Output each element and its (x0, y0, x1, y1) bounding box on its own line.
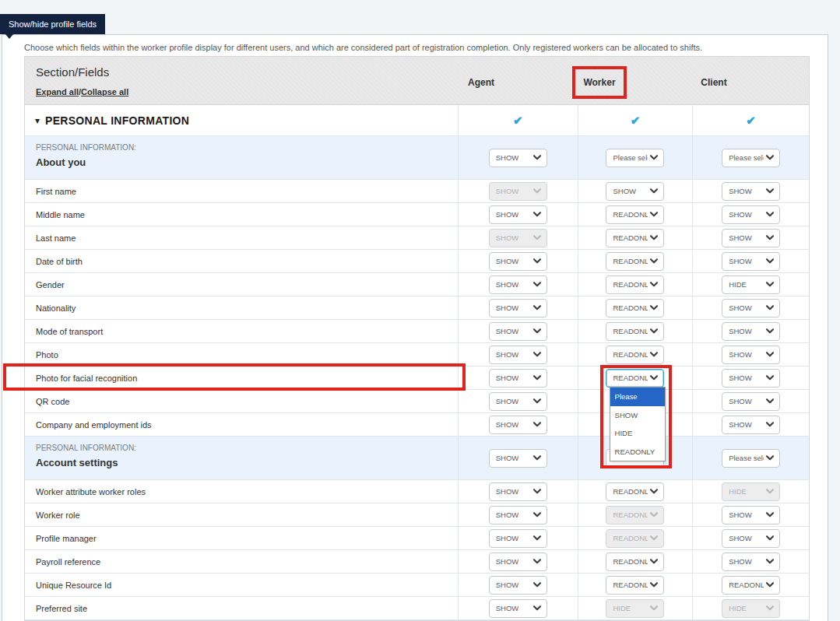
section-header-row: ▾PERSONAL INFORMATION✔✔✔ (25, 105, 809, 136)
collapse-toggle-icon[interactable]: ▾ (35, 116, 40, 125)
chevron-down-icon (650, 328, 658, 334)
worker-visibility-select[interactable]: READONLY (606, 322, 664, 341)
tab-show-hide-profile-fields[interactable]: Show/hide profile fields (0, 14, 105, 34)
client-visibility-select[interactable]: SHOW (722, 252, 780, 271)
dropdown-option[interactable]: SHOW (610, 406, 665, 425)
chevron-down-icon (766, 455, 774, 461)
client-cell: SHOW (692, 180, 809, 202)
select-value: Please select. (729, 454, 764, 462)
client-visibility-select[interactable]: SHOW (722, 182, 780, 201)
select-value: SHOW (496, 510, 519, 519)
client-visibility-select[interactable]: SHOW (722, 392, 780, 411)
select-value: READONLY (613, 303, 648, 312)
client-visibility-select[interactable]: SHOW (722, 529, 780, 548)
worker-visibility-select[interactable]: READONLY (606, 346, 664, 364)
worker-visibility-select[interactable]: READONLY (606, 275, 664, 294)
chevron-down-icon (766, 328, 774, 334)
worker-visibility-select[interactable]: READONLY (606, 482, 664, 501)
worker-visibility-select[interactable]: READONLY (606, 576, 664, 595)
client-visibility-select[interactable]: SHOW (722, 229, 780, 247)
agent-visibility-select[interactable]: SHOW (489, 346, 547, 364)
subsection-category: PERSONAL INFORMATION: (36, 444, 458, 452)
client-cell: SHOW (692, 503, 809, 526)
agent-visibility-select[interactable]: SHOW (489, 392, 547, 411)
row-label-cell: Worker attribute worker roles (25, 480, 458, 503)
client-visibility-select[interactable]: SHOW (722, 369, 780, 388)
agent-cell: SHOW (458, 180, 578, 202)
agent-cell: SHOW (458, 296, 578, 319)
table-row: Worker roleSHOWREADONLYSHOW (25, 503, 809, 527)
agent-visibility-select[interactable]: SHOW (489, 149, 547, 167)
row-label-cell: Preferred site (25, 597, 458, 619)
client-cell: SHOW (692, 203, 809, 226)
field-label: Worker attribute worker roles (36, 487, 146, 496)
profile-fields-panel: Choose which fields within the worker pr… (2, 34, 828, 621)
worker-visibility-select[interactable]: READONLY (606, 205, 664, 224)
agent-visibility-select[interactable]: SHOW (489, 482, 547, 501)
chevron-down-icon (533, 328, 541, 334)
client-visibility-select[interactable]: Please select. (722, 149, 780, 167)
agent-visibility-select[interactable]: SHOW (489, 553, 547, 571)
agent-visibility-select[interactable]: SHOW (489, 529, 547, 548)
agent-visibility-select[interactable]: SHOW (489, 416, 547, 434)
table-row: Unique Resource IdSHOWREADONLYREADONLY (25, 574, 809, 597)
chevron-down-icon (533, 489, 541, 494)
agent-visibility-select[interactable]: SHOW (489, 599, 547, 618)
worker-visibility-select[interactable]: READONLY (606, 252, 664, 271)
chevron-down-icon (766, 489, 774, 494)
agent-cell: SHOW (458, 226, 578, 249)
agent-visibility-select[interactable]: SHOW (489, 205, 547, 224)
client-visibility-select[interactable]: SHOW (722, 553, 780, 571)
select-value: SHOW (496, 534, 519, 542)
client-visibility-select[interactable]: SHOW (722, 416, 780, 434)
worker-visibility-select[interactable]: READONLY (606, 299, 664, 318)
worker-visibility-select[interactable]: Please select. (606, 149, 664, 167)
worker-visibility-select[interactable]: READONLY (606, 553, 664, 571)
client-visibility-select[interactable]: Please select. (722, 449, 780, 468)
client-cell: READONLY (692, 574, 809, 596)
collapse-all-link[interactable]: Collapse all (81, 87, 128, 96)
subsection-row: PERSONAL INFORMATION:About youSHOWPlease… (25, 136, 809, 180)
agent-visibility-select[interactable]: SHOW (489, 252, 547, 271)
row-label-cell: Middle name (25, 203, 458, 226)
worker-visibility-select[interactable]: SHOW (606, 182, 664, 201)
agent-visibility-select[interactable]: SHOW (489, 322, 547, 341)
select-value: SHOW (729, 534, 752, 542)
expand-all-link[interactable]: Expand all (36, 87, 79, 96)
agent-visibility-select[interactable]: SHOW (489, 506, 547, 525)
client-visibility-select[interactable]: SHOW (722, 299, 780, 318)
dropdown-option[interactable]: HIDE (610, 424, 665, 443)
client-cell: Please select. (692, 437, 809, 479)
agent-cell: SHOW (458, 413, 578, 436)
select-value: SHOW (496, 604, 519, 612)
client-visibility-select[interactable]: SHOW (722, 205, 780, 224)
agent-visibility-select[interactable]: SHOW (489, 275, 547, 294)
client-visibility-select[interactable]: HIDE (722, 275, 780, 294)
client-visibility-select[interactable]: SHOW (722, 506, 780, 525)
agent-visibility-select[interactable]: SHOW (489, 576, 547, 595)
select-value: SHOW (496, 350, 519, 359)
client-visibility-select[interactable]: READONLY (722, 576, 780, 595)
client-visibility-select[interactable]: SHOW (722, 322, 780, 341)
client-visibility-select[interactable]: SHOW (722, 346, 780, 364)
worker-visibility-select[interactable]: READONLY (606, 229, 664, 247)
select-value: READONLY (613, 233, 648, 242)
chevron-down-icon (533, 155, 541, 160)
chevron-down-icon (533, 559, 541, 564)
chevron-down-icon (650, 535, 658, 541)
dropdown-option[interactable]: Please select... (610, 388, 665, 406)
worker-visibility-select[interactable]: READONLY (606, 369, 664, 388)
agent-visibility-select[interactable]: SHOW (489, 299, 547, 318)
dropdown-option[interactable]: READONLY (610, 443, 665, 461)
client-cell: SHOW (692, 250, 809, 272)
agent-cell: ✔ (458, 105, 578, 135)
select-value: READONLY (613, 280, 648, 289)
field-label: QR code (36, 397, 69, 406)
select-value: SHOW (496, 153, 519, 162)
table-row: QR codeSHOWSHOW (25, 390, 809, 413)
agent-visibility-select[interactable]: SHOW (489, 449, 547, 468)
agent-cell: SHOW (458, 343, 578, 366)
select-value: SHOW (729, 374, 752, 382)
table-row: Date of birthSHOWREADONLYSHOW (25, 250, 809, 273)
agent-visibility-select[interactable]: SHOW (489, 369, 547, 388)
